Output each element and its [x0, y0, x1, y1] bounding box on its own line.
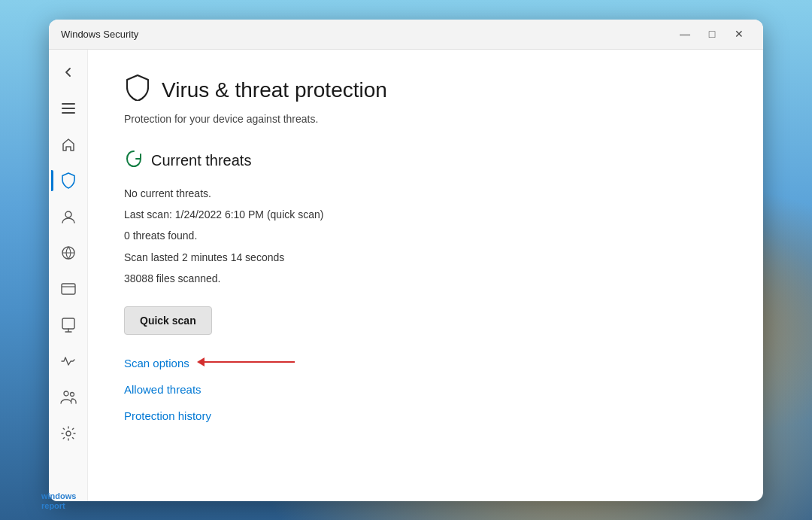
- svg-point-8: [70, 392, 74, 396]
- person-icon: [61, 209, 76, 224]
- svg-point-3: [65, 211, 71, 217]
- svg-rect-5: [62, 284, 75, 294]
- current-threats-title: Current threats: [151, 152, 251, 169]
- maximize-button[interactable]: □: [700, 25, 724, 43]
- threat-status-text: No current threats.: [124, 185, 727, 202]
- refresh-shield-icon: [124, 149, 144, 173]
- sidebar-back-button[interactable]: [52, 56, 85, 89]
- sidebar-app-button[interactable]: [52, 272, 85, 306]
- window-controls: — □ ✕: [673, 25, 751, 43]
- sidebar-firewall-button[interactable]: [52, 236, 85, 269]
- arrow-head: [197, 357, 205, 366]
- arrow-line: [205, 361, 295, 363]
- device-icon: [62, 318, 75, 333]
- current-threats-section-header: Current threats: [124, 149, 727, 173]
- sidebar-health-button[interactable]: [52, 345, 85, 378]
- page-subtitle: Protection for your device against threa…: [124, 113, 727, 125]
- threats-found-text: 0 threats found.: [124, 227, 727, 244]
- network-icon: [61, 245, 76, 260]
- window-title: Windows Security: [61, 29, 138, 40]
- settings-icon: [61, 426, 76, 441]
- sidebar-device-button[interactable]: [52, 309, 85, 342]
- last-scan-text: Last scan: 1/24/2022 6:10 PM (quick scan…: [124, 206, 727, 223]
- sidebar: [49, 50, 88, 501]
- svg-rect-2: [62, 112, 75, 114]
- files-scanned-text: 38088 files scanned.: [124, 270, 727, 287]
- scan-duration-text: Scan lasted 2 minutes 14 seconds: [124, 249, 727, 266]
- svg-point-9: [66, 431, 71, 436]
- app-browser-icon: [61, 283, 76, 295]
- title-bar: Windows Security — □ ✕: [49, 20, 763, 50]
- sidebar-shield-button[interactable]: [52, 164, 85, 197]
- menu-icon: [62, 103, 75, 114]
- watermark-line2: report: [41, 501, 76, 511]
- allowed-threats-link[interactable]: Allowed threats: [124, 383, 727, 396]
- sidebar-family-button[interactable]: [52, 381, 85, 414]
- watermark: windows report: [41, 491, 76, 511]
- svg-rect-0: [62, 103, 75, 105]
- svg-point-7: [64, 391, 68, 396]
- sidebar-home-button[interactable]: [52, 128, 85, 161]
- minimize-button[interactable]: —: [673, 25, 697, 43]
- virus-protection-icon: [124, 74, 151, 107]
- svg-rect-1: [62, 108, 75, 109]
- close-button[interactable]: ✕: [727, 25, 751, 43]
- home-icon: [61, 137, 76, 152]
- scan-options-row: Scan options: [124, 356, 727, 369]
- windows-security-window: Windows Security — □ ✕: [49, 20, 763, 501]
- protection-history-link[interactable]: Protection history: [124, 409, 727, 422]
- family-icon: [60, 390, 77, 405]
- sidebar-settings-button[interactable]: [52, 417, 85, 450]
- sidebar-account-button[interactable]: [52, 200, 85, 233]
- quick-scan-button[interactable]: Quick scan: [124, 306, 212, 335]
- arrow-annotation: [197, 356, 295, 369]
- watermark-line1: windows: [41, 491, 76, 501]
- page-title: Virus & threat protection: [162, 78, 387, 102]
- svg-rect-6: [62, 318, 74, 329]
- sidebar-menu-button[interactable]: [52, 92, 85, 125]
- scan-options-link[interactable]: Scan options: [124, 357, 189, 369]
- shield-nav-icon: [61, 172, 76, 189]
- back-icon: [62, 65, 75, 79]
- refresh-icon: [124, 149, 144, 169]
- red-arrow: [197, 357, 295, 366]
- window-body: Virus & threat protection Protection for…: [49, 50, 763, 501]
- shield-outline-icon: [124, 74, 151, 101]
- health-icon: [60, 354, 77, 368]
- page-header: Virus & threat protection: [124, 74, 727, 107]
- main-content: Virus & threat protection Protection for…: [88, 50, 763, 501]
